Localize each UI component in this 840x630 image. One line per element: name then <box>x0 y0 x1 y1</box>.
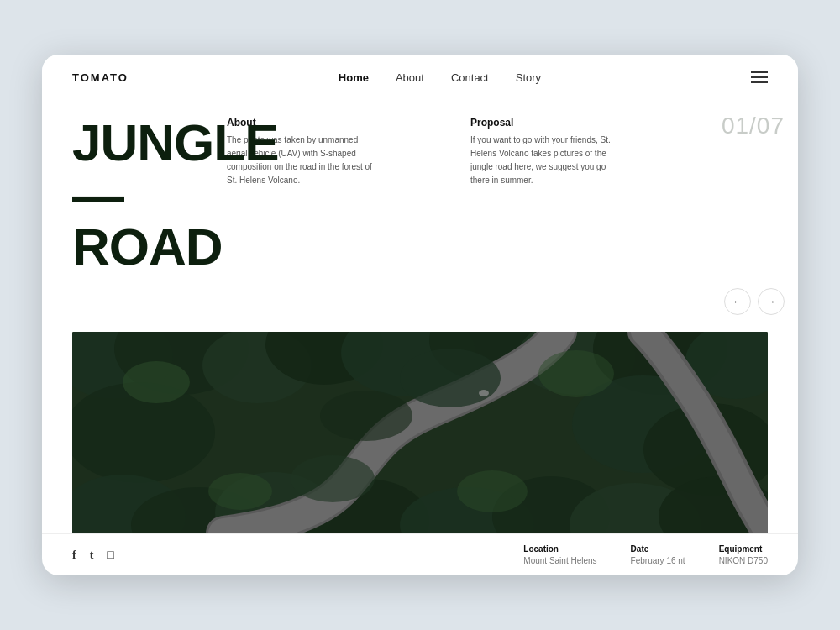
equipment-meta: Equipment NIKON D750 <box>719 544 768 565</box>
nav-link-contact[interactable]: Contact <box>451 71 489 84</box>
equipment-label: Equipment <box>719 544 768 554</box>
date-value: February 16 nt <box>631 556 685 565</box>
nav-item-contact[interactable]: Contact <box>451 70 489 85</box>
twitter-icon[interactable]: t <box>90 549 94 562</box>
location-label: Location <box>523 544 596 554</box>
footer-meta: Location Mount Saint Helens Date Februar… <box>523 544 768 565</box>
nav-links: Home About Contact Story <box>339 70 541 85</box>
nav-arrows: ← → <box>724 288 785 323</box>
title-line2: — ROAD <box>72 165 223 276</box>
slide-current: 01 <box>722 113 749 139</box>
svg-point-27 <box>457 470 528 512</box>
svg-point-21 <box>400 349 501 407</box>
hamburger-line-2 <box>751 76 768 78</box>
nav-item-about[interactable]: About <box>396 70 424 85</box>
hamburger-menu[interactable] <box>751 71 768 83</box>
nav-link-story[interactable]: Story <box>516 71 541 84</box>
slide-total: 07 <box>757 113 785 139</box>
nav-link-home[interactable]: Home <box>339 71 369 84</box>
nav-link-about[interactable]: About <box>396 71 424 84</box>
facebook-icon[interactable]: f <box>72 549 76 562</box>
hamburger-line-3 <box>751 81 768 83</box>
svg-point-26 <box>208 473 272 510</box>
social-links: f t □ <box>72 549 114 562</box>
footer: f t □ Location Mount Saint Helens Date F… <box>42 533 798 575</box>
navbar: TOMATO Home About Contact Story <box>42 55 798 100</box>
jungle-image-section <box>72 332 768 533</box>
text-columns: About The photo was taken by unmanned ae… <box>227 100 697 332</box>
main-title: JUNGLE — ROAD <box>72 117 227 273</box>
jungle-image <box>72 332 768 533</box>
title-section: JUNGLE — ROAD <box>42 100 227 332</box>
title-line1: JUNGLE <box>72 113 278 171</box>
svg-point-24 <box>123 361 190 403</box>
youtube-icon[interactable]: □ <box>107 549 113 562</box>
proposal-block: Proposal If you want to go with your fri… <box>470 117 697 332</box>
svg-point-22 <box>320 391 412 441</box>
proposal-body: If you want to go with your friends, St.… <box>470 134 622 187</box>
slide-counter: 01/07 <box>722 113 785 139</box>
svg-point-25 <box>538 350 614 397</box>
svg-point-28 <box>479 390 489 396</box>
brand-logo: TOMATO <box>72 71 129 84</box>
nav-item-story[interactable]: Story <box>516 70 541 85</box>
right-panel: 01/07 ← → <box>697 100 798 332</box>
device-frame: TOMATO Home About Contact Story <box>42 55 798 575</box>
location-value: Mount Saint Helens <box>523 556 596 565</box>
svg-point-23 <box>291 455 375 502</box>
jungle-road-svg <box>72 332 768 533</box>
content-area: JUNGLE — ROAD About The photo was taken … <box>42 100 798 533</box>
location-meta: Location Mount Saint Helens <box>523 544 596 565</box>
next-arrow-button[interactable]: → <box>758 288 785 315</box>
hamburger-line-1 <box>751 71 768 73</box>
equipment-value: NIKON D750 <box>719 556 768 565</box>
top-row: JUNGLE — ROAD About The photo was taken … <box>42 100 798 332</box>
slide-separator: / <box>749 113 757 139</box>
date-label: Date <box>631 544 685 554</box>
proposal-heading: Proposal <box>470 117 697 129</box>
prev-arrow-button[interactable]: ← <box>724 288 751 315</box>
date-meta: Date February 16 nt <box>631 544 685 565</box>
nav-item-home[interactable]: Home <box>339 70 369 85</box>
